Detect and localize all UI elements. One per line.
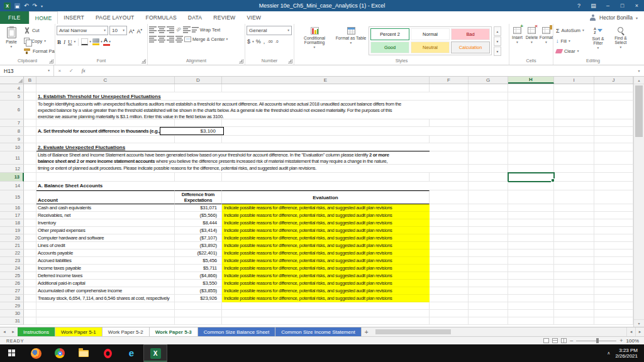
cell-E9[interactable] [222,136,430,143]
cell-H7[interactable] [508,119,554,127]
cell-H5[interactable] [508,92,554,101]
bold-button[interactable]: B [57,38,62,46]
fill-button[interactable]: ↓Fill▾ [555,36,586,46]
style-bad[interactable]: Bad [451,28,490,40]
cell-F23[interactable] [430,257,469,265]
format-painter-button[interactable]: Format Painter [23,47,55,56]
cell-D16[interactable]: $31,071 [175,204,222,212]
cell-E21[interactable]: Indicate possible reasons for difference… [222,242,430,250]
cell-F11[interactable] [430,151,469,165]
cell-B6[interactable] [24,101,36,119]
row-header-11[interactable]: 11 [0,151,24,165]
cell-D18[interactable]: $8,444 [175,219,222,227]
cell-B5[interactable] [24,92,36,101]
number-dialog-launcher-icon[interactable] [288,59,292,63]
font-dialog-launcher-icon[interactable] [142,59,146,63]
merge-center-button[interactable]: Merge & Center▾ [184,36,228,42]
font-family-select[interactable]: Arial Narrow▾ [57,26,108,35]
cell-J6[interactable] [594,101,633,119]
ribbon-options-icon[interactable]: ▤ [586,0,601,11]
taskbar-edge[interactable]: e [119,344,143,362]
cell-H6[interactable] [508,101,554,119]
restore-icon[interactable]: □ [615,0,630,11]
cell-C28[interactable]: Treasury stock, 6,654, 7,114, and 6,546 … [36,295,175,302]
cell-J28[interactable] [594,295,633,302]
cell-E28[interactable]: Indicate possible reasons for difference… [222,295,430,302]
clipboard-dialog-launcher-icon[interactable] [49,59,53,63]
cell-F15[interactable] [430,190,469,204]
cell-B28[interactable] [24,295,36,302]
cell-G13[interactable] [469,173,508,182]
cell-G20[interactable] [469,234,508,242]
cell-I25[interactable] [554,272,594,280]
cell-G6[interactable] [469,101,508,119]
cell-I15[interactable] [554,190,594,204]
find-select-button[interactable]: Find & Select▾ [610,25,631,57]
cell-C9[interactable] [36,136,175,143]
cell-F24[interactable] [430,265,469,272]
cell-H8[interactable] [508,127,554,136]
cell-J11[interactable] [594,151,633,165]
font-size-select[interactable]: 10▾ [109,26,127,35]
cell-H19[interactable] [508,227,554,234]
cell-E29[interactable] [222,302,430,310]
cell-H27[interactable] [508,287,554,295]
cell-I16[interactable] [554,204,594,212]
page-break-view-icon[interactable] [561,338,567,343]
cell-D4[interactable] [175,84,222,92]
sheet-tab-work-paper-5-2[interactable]: Work Paper 5-2 [103,327,150,336]
row-header-24[interactable]: 24 [0,265,24,272]
cell-E27[interactable]: Indicate possible reasons for difference… [222,287,430,295]
underline-button[interactable]: U [67,38,73,46]
sheet-nav-left-icon[interactable]: ◂ [0,327,9,336]
cell-G16[interactable] [469,204,508,212]
cell-F20[interactable] [430,234,469,242]
row-header-19[interactable]: 19 [0,227,24,234]
cell-J26[interactable] [594,280,633,287]
cell-B29[interactable] [24,302,36,310]
cell-I21[interactable] [554,242,594,250]
cell-G24[interactable] [469,265,508,272]
row-header-13[interactable]: 13 [0,173,24,182]
cell-H9[interactable] [508,136,554,143]
cell-G26[interactable] [469,280,508,287]
cell-D30[interactable] [175,310,222,317]
format-as-table-button[interactable]: Format as Table ▾ [335,25,367,57]
align-center-icon[interactable] [158,36,165,43]
cell-I13[interactable] [554,173,594,182]
cell-C24[interactable]: Income taxes payable [36,265,175,272]
cell-E19[interactable]: Indicate possible reasons for difference… [222,227,430,234]
cell-D29[interactable] [175,302,222,310]
cell-B10[interactable] [24,143,36,151]
cell-G9[interactable] [469,136,508,143]
scroll-up-icon[interactable]: ▴ [634,77,644,84]
cell-H26[interactable] [508,280,554,287]
cell-H30[interactable] [508,310,554,317]
cell-H24[interactable] [508,265,554,272]
row-header-7[interactable]: 7 [0,119,24,127]
cell-C21[interactable]: Lines of credit [36,242,175,250]
taskbar-firefox[interactable] [24,344,48,362]
cell-I24[interactable] [554,265,594,272]
alignment-dialog-launcher-icon[interactable] [239,59,243,63]
cell-F10[interactable] [430,143,469,151]
sort-filter-button[interactable]: AZSort & Filter▾ [587,25,609,57]
cell-B26[interactable] [24,280,36,287]
row-header-9[interactable]: 9 [0,136,24,143]
row-header-17[interactable]: 17 [0,212,24,219]
cell-J19[interactable] [594,227,633,234]
cell-F21[interactable] [430,242,469,250]
scroll-down-icon[interactable]: ▾ [634,319,644,327]
insert-cells-button[interactable]: Insert▾ [511,25,524,57]
zoom-slider[interactable] [576,341,616,341]
cell-H31[interactable] [508,317,554,325]
cell-I11[interactable] [554,151,594,165]
cell-C17[interactable]: Receivables, net [36,212,175,219]
row-header-4[interactable]: 4 [0,84,24,92]
cell-I10[interactable] [554,143,594,151]
cell-I31[interactable] [554,317,594,325]
cell-I14[interactable] [554,182,594,190]
cell-E25[interactable]: Indicate possible reasons for difference… [222,272,430,280]
normal-view-icon[interactable] [543,338,549,343]
row-header-22[interactable]: 22 [0,250,24,257]
